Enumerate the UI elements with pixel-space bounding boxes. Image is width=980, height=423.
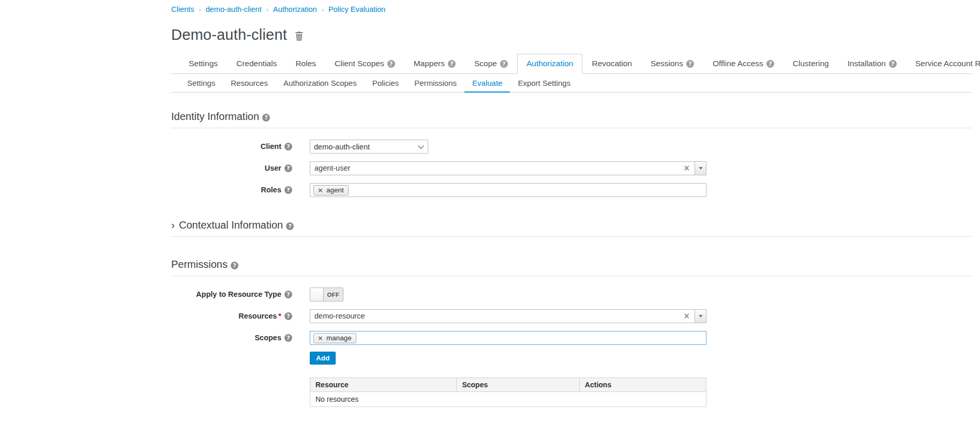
identity-information-header: Identity Information? xyxy=(171,111,972,128)
help-icon: ? xyxy=(284,164,292,172)
tab-credentials[interactable]: Credentials xyxy=(227,54,286,74)
help-icon: ? xyxy=(284,143,292,150)
tab-label: Sessions xyxy=(651,59,683,68)
user-row: User? agent-user × xyxy=(171,161,972,175)
help-icon: ? xyxy=(889,60,897,68)
help-icon: ? xyxy=(686,60,694,68)
label-text: Roles xyxy=(261,186,282,194)
column-actions: Actions xyxy=(579,378,706,392)
subtab-authorization-scopes[interactable]: Authorization Scopes xyxy=(276,74,365,93)
help-icon: ? xyxy=(284,334,292,342)
user-combobox[interactable]: agent-user × xyxy=(310,161,706,175)
authorization-subtabs: Settings Resources Authorization Scopes … xyxy=(171,74,972,93)
clear-user-icon[interactable]: × xyxy=(680,162,695,175)
tab-label: Clustering xyxy=(793,59,829,68)
tab-label: Credentials xyxy=(236,59,277,68)
subtab-policies[interactable]: Policies xyxy=(365,74,407,93)
subtab-label: Permissions xyxy=(414,79,457,87)
tab-label: Service Account Roles xyxy=(915,59,980,68)
apply-resource-type-toggle[interactable]: OFF xyxy=(310,288,343,301)
resources-dropdown-button[interactable] xyxy=(695,310,706,323)
identity-form: Client? demo-auth-client User? agent-use… xyxy=(171,140,972,197)
delete-client-button[interactable] xyxy=(295,31,304,41)
breadcrumb-separator: › xyxy=(266,6,268,13)
tab-scope[interactable]: Scope? xyxy=(465,54,517,74)
role-tag-label: agent xyxy=(326,186,344,194)
breadcrumb-policy-evaluation[interactable]: Policy Evaluation xyxy=(328,5,385,13)
client-row: Client? demo-auth-client xyxy=(171,140,972,154)
contextual-information-header[interactable]: ›Contextual Information? xyxy=(171,219,972,237)
page-title: Demo-auth-client xyxy=(171,26,287,43)
tab-clustering[interactable]: Clustering xyxy=(783,54,838,74)
tab-label: Mappers xyxy=(414,59,445,68)
help-icon: ? xyxy=(766,60,774,68)
subtab-resources[interactable]: Resources xyxy=(223,74,276,93)
label-text: Resources xyxy=(238,312,277,320)
role-tag-agent: × agent xyxy=(313,185,349,195)
client-select[interactable]: demo-auth-client xyxy=(310,140,428,154)
subtab-settings[interactable]: Settings xyxy=(179,74,223,93)
remove-role-icon[interactable]: × xyxy=(318,186,323,194)
toggle-state-label: OFF xyxy=(324,288,343,301)
required-asterisk: * xyxy=(278,312,281,320)
permissions-header: Permissions? xyxy=(171,259,972,276)
breadcrumb-separator: › xyxy=(322,6,324,13)
tab-client-scopes[interactable]: Client Scopes? xyxy=(325,54,404,74)
tab-settings[interactable]: Settings xyxy=(179,54,227,74)
breadcrumb: Clients›demo-auth-client›Authorization›P… xyxy=(171,5,972,13)
tab-installation[interactable]: Installation? xyxy=(838,54,906,74)
resources-combobox[interactable]: demo-resource × xyxy=(310,309,706,323)
help-icon: ? xyxy=(284,291,292,298)
add-button[interactable]: Add xyxy=(310,352,336,365)
tab-sessions[interactable]: Sessions? xyxy=(641,54,703,74)
help-icon: ? xyxy=(231,262,238,269)
breadcrumb-demo-auth-client[interactable]: demo-auth-client xyxy=(206,5,262,13)
remove-scope-icon[interactable]: × xyxy=(318,334,323,342)
table-header-row: Resource Scopes Actions xyxy=(310,378,706,392)
tab-service-account-roles[interactable]: Service Account Roles? xyxy=(906,54,980,74)
tab-label: Client Scopes xyxy=(335,59,384,68)
tab-label: Installation xyxy=(848,59,886,68)
roles-multiselect[interactable]: × agent xyxy=(310,183,706,197)
tab-roles[interactable]: Roles xyxy=(286,54,325,74)
roles-row: Roles? × agent xyxy=(171,183,972,197)
subtab-export-settings[interactable]: Export Settings xyxy=(510,74,578,93)
tab-label: Offline Access xyxy=(713,59,763,68)
subtab-permissions[interactable]: Permissions xyxy=(406,74,464,93)
scopes-multiselect[interactable]: × manage xyxy=(310,331,706,345)
tab-authorization[interactable]: Authorization xyxy=(517,54,582,74)
resources-value: demo-resource xyxy=(310,310,680,323)
clear-resource-icon[interactable]: × xyxy=(680,310,695,323)
label-text: Scopes xyxy=(254,334,281,342)
client-tabs: Settings Credentials Roles Client Scopes… xyxy=(171,54,972,74)
subtab-label: Authorization Scopes xyxy=(283,79,357,87)
help-icon: ? xyxy=(284,186,292,194)
tab-label: Scope xyxy=(474,59,497,68)
label-text: Apply to Resource Type xyxy=(196,290,281,298)
section-title: Contextual Information xyxy=(179,219,283,231)
subtab-label: Export Settings xyxy=(518,79,570,87)
tab-label: Authorization xyxy=(526,59,573,68)
subtab-evaluate[interactable]: Evaluate xyxy=(464,74,510,93)
subtab-label: Evaluate xyxy=(472,79,502,87)
user-dropdown-button[interactable] xyxy=(695,162,706,175)
apply-resource-type-row: Apply to Resource Type? OFF xyxy=(171,288,972,301)
tab-offline-access[interactable]: Offline Access? xyxy=(703,54,783,74)
trash-icon xyxy=(295,31,304,41)
tab-label: Revocation xyxy=(592,59,632,68)
subtab-label: Resources xyxy=(231,79,268,87)
tab-mappers[interactable]: Mappers? xyxy=(404,54,465,74)
page-header: Demo-auth-client xyxy=(171,26,972,43)
tab-revocation[interactable]: Revocation xyxy=(582,54,641,74)
roles-label: Roles? xyxy=(171,183,292,194)
scope-tag-label: manage xyxy=(326,334,352,342)
help-icon: ? xyxy=(262,114,270,122)
breadcrumb-clients[interactable]: Clients xyxy=(171,5,194,13)
breadcrumb-authorization[interactable]: Authorization xyxy=(273,5,317,13)
table-row: No resources xyxy=(310,392,706,407)
scopes-label: Scopes? xyxy=(171,331,292,342)
permissions-form: Apply to Resource Type? OFF Resources*? … xyxy=(171,288,972,407)
user-label: User? xyxy=(171,161,292,172)
chevron-right-icon: › xyxy=(171,219,175,231)
policy-evaluation-page: Clients›demo-auth-client›Authorization›P… xyxy=(171,0,972,423)
